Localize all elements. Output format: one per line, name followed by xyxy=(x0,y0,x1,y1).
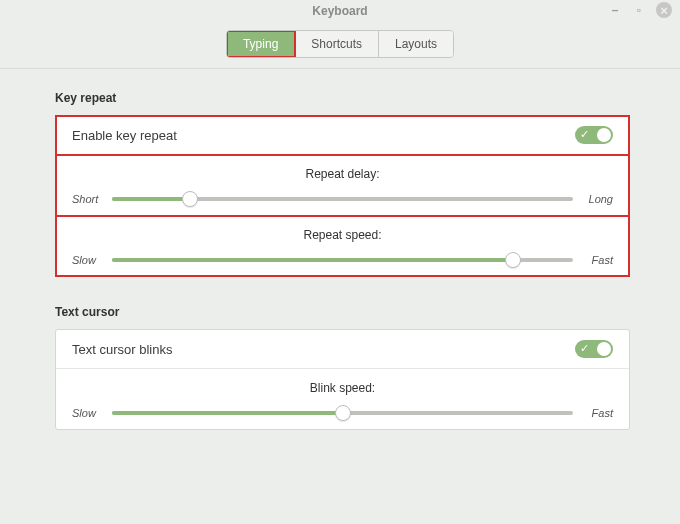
text-cursor-header: Text cursor xyxy=(55,305,630,319)
repeat-delay-label: Repeat delay: xyxy=(72,167,613,181)
check-icon: ✓ xyxy=(580,342,589,355)
blink-speed-label: Blink speed: xyxy=(72,381,613,395)
content-area: Key repeat Enable key repeat ✓ Repeat de… xyxy=(0,69,680,430)
repeat-delay-slider[interactable] xyxy=(112,197,573,201)
slider-thumb[interactable] xyxy=(182,191,198,207)
repeat-speed-slider[interactable] xyxy=(112,258,573,262)
window-title: Keyboard xyxy=(312,4,367,18)
text-cursor-panel: Text cursor blinks ✓ Blink speed: Slow F… xyxy=(55,329,630,430)
tab-typing[interactable]: Typing xyxy=(227,31,295,57)
tab-bar: Typing Shortcuts Layouts xyxy=(0,22,680,69)
toggle-knob xyxy=(597,342,611,356)
close-icon[interactable]: × xyxy=(656,2,672,18)
slider-fill xyxy=(112,411,343,415)
repeat-speed-max: Fast xyxy=(581,254,613,266)
maximize-icon[interactable]: ▫ xyxy=(632,3,646,17)
repeat-delay-max: Long xyxy=(581,193,613,205)
text-cursor-blinks-row: Text cursor blinks ✓ xyxy=(56,330,629,369)
blink-speed-slider-wrap: Slow Fast xyxy=(72,407,613,419)
text-cursor-blinks-toggle[interactable]: ✓ xyxy=(575,340,613,358)
repeat-speed-min: Slow xyxy=(72,254,104,266)
blink-speed-max: Fast xyxy=(581,407,613,419)
slider-thumb[interactable] xyxy=(335,405,351,421)
key-repeat-header: Key repeat xyxy=(55,91,630,105)
tab-shortcuts[interactable]: Shortcuts xyxy=(295,31,379,57)
tabs-group: Typing Shortcuts Layouts xyxy=(226,30,454,58)
tab-layouts[interactable]: Layouts xyxy=(379,31,453,57)
repeat-delay-min: Short xyxy=(72,193,104,205)
slider-thumb[interactable] xyxy=(505,252,521,268)
repeat-speed-row: Repeat speed: Slow Fast xyxy=(56,216,629,276)
repeat-delay-slider-wrap: Short Long xyxy=(72,193,613,205)
key-repeat-panel: Enable key repeat ✓ Repeat delay: Short … xyxy=(55,115,630,277)
blink-speed-slider[interactable] xyxy=(112,411,573,415)
repeat-speed-label: Repeat speed: xyxy=(72,228,613,242)
toggle-knob xyxy=(597,128,611,142)
window-controls: – ▫ × xyxy=(608,2,672,18)
enable-key-repeat-label: Enable key repeat xyxy=(72,128,177,143)
enable-key-repeat-toggle[interactable]: ✓ xyxy=(575,126,613,144)
window-titlebar: Keyboard – ▫ × xyxy=(0,0,680,22)
slider-fill xyxy=(112,197,190,201)
blink-speed-row: Blink speed: Slow Fast xyxy=(56,369,629,429)
minimize-icon[interactable]: – xyxy=(608,3,622,17)
check-icon: ✓ xyxy=(580,128,589,141)
text-cursor-blinks-label: Text cursor blinks xyxy=(72,342,172,357)
repeat-speed-slider-wrap: Slow Fast xyxy=(72,254,613,266)
enable-key-repeat-row: Enable key repeat ✓ xyxy=(56,116,629,155)
repeat-delay-row: Repeat delay: Short Long xyxy=(56,155,629,216)
slider-fill xyxy=(112,258,513,262)
blink-speed-min: Slow xyxy=(72,407,104,419)
